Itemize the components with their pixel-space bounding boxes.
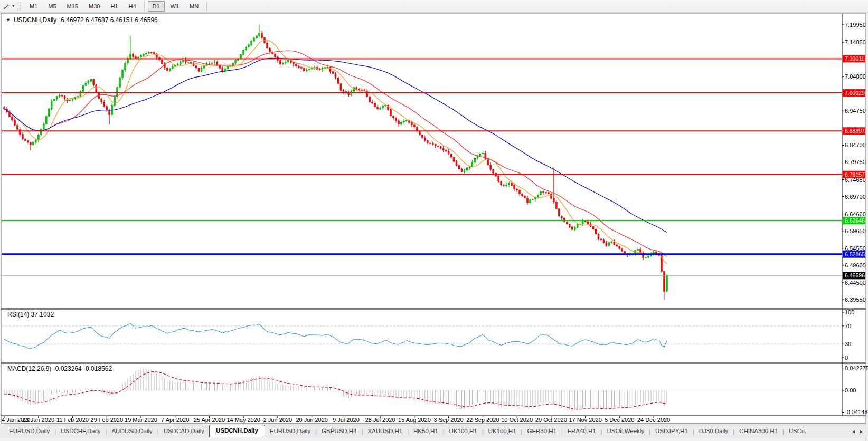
svg-text:29 Oct 2020: 29 Oct 2020 (535, 417, 567, 423)
candle (429, 143, 431, 143)
crosshair-tool-icon[interactable] (2, 2, 12, 11)
chart-tab-ger30-h1[interactable]: GER30,H1 (522, 426, 561, 437)
timeframe-button-M1[interactable]: M1 (25, 1, 42, 12)
candle (419, 131, 420, 135)
timeframe-button-W1[interactable]: W1 (166, 1, 184, 12)
candle (85, 83, 87, 85)
candle (143, 54, 144, 56)
chart-tab-eurusd-daily[interactable]: EURUSD,Daily (265, 426, 315, 437)
candle (166, 68, 168, 71)
chart-tab-usdcnh-daily[interactable]: USDCNH,Daily (209, 425, 265, 437)
candle (96, 85, 97, 92)
candle (145, 53, 147, 54)
chart-tab-usdcad-daily[interactable]: USDCAD,Daily (159, 426, 209, 437)
tab-scroll-left-button[interactable]: ◂ (852, 428, 855, 434)
chart-tab-hk50-h1[interactable]: HK50,H1 (409, 426, 443, 437)
timeframe-button-H1[interactable]: H1 (106, 1, 122, 12)
candle (219, 65, 221, 68)
candle (300, 68, 302, 69)
chart-tab-usdjpy-h1[interactable]: USDJPY,H1 (650, 426, 693, 437)
chart-tab-usoil-weekly[interactable]: USOil,Weekly (602, 426, 649, 437)
candle (51, 101, 52, 109)
timeframe-button-M15[interactable]: M15 (62, 1, 83, 12)
svg-text:23 Jan 2020: 23 Jan 2020 (22, 417, 54, 423)
candle (598, 234, 599, 239)
svg-text:30: 30 (845, 341, 851, 347)
candle (324, 68, 326, 68)
svg-text:2 Jun 2020: 2 Jun 2020 (263, 417, 292, 423)
candle (153, 53, 155, 54)
date-axis[interactable]: 4 Jan 202023 Jan 202011 Feb 202029 Feb 2… (2, 416, 670, 423)
svg-text:20 Jun 2020: 20 Jun 2020 (296, 417, 328, 423)
candle (4, 108, 5, 109)
candle (82, 85, 84, 91)
candle (343, 91, 344, 92)
chart-tab-eurusd-daily[interactable]: EURUSD,Daily (4, 426, 54, 437)
chart-tab-usdchf-daily[interactable]: USDCHF,Daily (56, 426, 105, 437)
candle (442, 148, 444, 150)
timeframe-button-M30[interactable]: M30 (84, 1, 105, 12)
timeframe-button-M5[interactable]: M5 (43, 1, 61, 12)
chart-window (1, 13, 866, 423)
candle (558, 209, 560, 216)
candle (261, 33, 263, 38)
chart-collapse-icon[interactable]: ▼ (6, 17, 11, 23)
chart-tab-dj30-daily[interactable]: DJ30,Daily (694, 426, 733, 437)
svg-text:17 Nov 2020: 17 Nov 2020 (569, 417, 601, 423)
chart-tab-usoil-[interactable]: USOil, (784, 426, 811, 437)
candle (133, 54, 134, 56)
candle (614, 242, 615, 245)
candle (259, 33, 260, 36)
candle (590, 224, 591, 226)
candle (53, 99, 55, 101)
candle (267, 43, 268, 48)
timeframe-button-H4[interactable]: H4 (124, 1, 140, 12)
candle (35, 140, 36, 142)
tool-dropdown-arrow-icon[interactable]: ▾ (12, 4, 16, 8)
candle (198, 68, 200, 72)
candle (540, 192, 541, 195)
macd-indicator-label: MACD(12,26,9) -0.023264 -0.018562 (7, 365, 112, 372)
candle (474, 158, 476, 162)
candle (584, 221, 586, 222)
candle (616, 245, 618, 246)
candle (645, 257, 647, 258)
candle (48, 109, 50, 116)
candle (148, 52, 149, 53)
chart-tab-uk100-h1[interactable]: UK100,H1 (484, 426, 521, 437)
svg-text:6.54550: 6.54550 (845, 245, 866, 252)
chart-ohlc-values: 6.46972 6.47687 6.46151 6.46596 (61, 16, 158, 24)
svg-text:70: 70 (845, 323, 851, 329)
candle (400, 122, 402, 124)
candle (61, 95, 63, 96)
svg-text:7.00029: 7.00029 (845, 90, 865, 96)
candle (80, 92, 81, 97)
candle (361, 90, 363, 90)
candle (548, 193, 549, 194)
chart-tab-china300-h1[interactable]: CHINA300,H1 (734, 426, 782, 437)
chart-canvas[interactable]: 7.100117.000296.888976.761576.626466.528… (0, 0, 868, 441)
svg-text:7.04800: 7.04800 (845, 73, 866, 80)
candle (308, 69, 310, 70)
chart-tab-uk100-h1[interactable]: UK100,H1 (445, 426, 482, 437)
chart-tab-audusd-daily[interactable]: AUDUSD,Daily (107, 426, 157, 437)
chart-tab-gbpusd-h4[interactable]: GBPUSD,H4 (317, 426, 361, 437)
svg-text:0.042275: 0.042275 (845, 365, 868, 371)
timeframe-button-D1[interactable]: D1 (148, 1, 165, 12)
svg-text:6.52865: 6.52865 (845, 251, 865, 257)
candle (582, 221, 583, 224)
chart-tab-xauusd-h1[interactable]: XAUUSD,H1 (363, 426, 407, 437)
candle (119, 78, 121, 87)
tab-scroll-right-button[interactable]: ▸ (860, 428, 863, 434)
candle (56, 96, 58, 99)
candle (411, 122, 412, 125)
candle (279, 61, 281, 64)
toolbar-drag-handle[interactable] (18, 2, 21, 11)
candle (329, 67, 331, 71)
chart-tab-fra40-h1[interactable]: FRA40,H1 (563, 426, 601, 437)
candle (445, 150, 447, 151)
timeframe-button-MN[interactable]: MN (185, 1, 203, 12)
candle (524, 196, 526, 198)
svg-text:6.46596: 6.46596 (845, 272, 865, 279)
candle (282, 63, 284, 64)
